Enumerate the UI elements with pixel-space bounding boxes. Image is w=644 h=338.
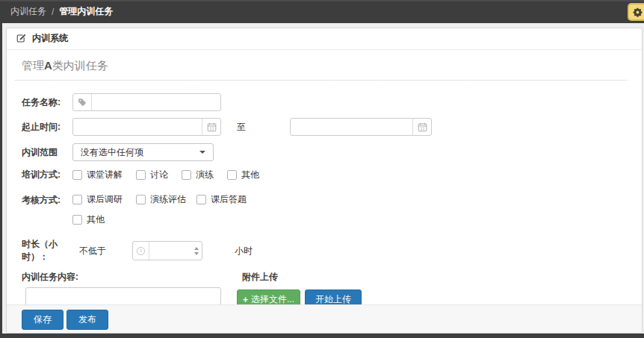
training-methods-row: 培训方式: 课堂讲解 讨论 演练 其他 <box>22 169 627 181</box>
checkbox-icon[interactable] <box>72 215 82 225</box>
checkbox-icon[interactable] <box>72 195 82 204</box>
breadcrumb: 内训任务 / 管理内训任务 <box>10 5 113 18</box>
task-name-input-group <box>72 93 221 111</box>
panel-header: 内训系统 <box>7 28 642 50</box>
date-range-label: 起止时间: <box>22 121 72 134</box>
save-button[interactable]: 保存 <box>22 310 64 330</box>
date-range-row: 起止时间: 至 <box>22 118 627 136</box>
caret-down-icon <box>199 151 205 154</box>
page-background: 内训系统 管理A类内训任务 任务名称: 起止时间: <box>2 23 644 334</box>
calendar-icon[interactable] <box>412 119 431 135</box>
settings-button[interactable] <box>628 3 644 21</box>
attachment-label: 附件上传 <box>242 271 362 284</box>
task-name-label: 任务名称: <box>22 96 72 109</box>
date-to-label: 至 <box>237 121 246 134</box>
breadcrumb-separator: / <box>52 7 54 17</box>
checkbox-drill[interactable]: 演练 <box>182 169 214 181</box>
edit-icon <box>16 34 26 43</box>
duration-input-group <box>132 241 202 260</box>
scope-selected-value: 没有选中任何项 <box>81 146 143 159</box>
checkbox-label: 课后答题 <box>211 193 247 206</box>
checkbox-post-survey[interactable]: 课后调研 <box>72 193 123 206</box>
checkbox-other-training[interactable]: 其他 <box>227 169 259 181</box>
duration-row: 时长（小时）： 不低于 小时 <box>22 238 627 263</box>
checkbox-icon[interactable] <box>227 170 237 180</box>
checkbox-icon[interactable] <box>72 170 82 180</box>
section-title-highlight: A <box>44 59 52 72</box>
checkbox-icon[interactable] <box>182 170 191 180</box>
checkbox-classroom[interactable]: 课堂讲解 <box>72 169 123 181</box>
checkbox-drill-evaluation[interactable]: 演练评估 <box>136 193 186 206</box>
spinner-up-icon[interactable] <box>194 247 199 250</box>
duration-unit-label: 小时 <box>235 245 253 257</box>
section-title-suffix: 类内训任务 <box>52 59 108 72</box>
date-start-group <box>72 118 221 136</box>
section-title: 管理A类内训任务 <box>15 59 627 73</box>
assessment-methods-label: 考核方式: <box>22 193 72 207</box>
dotted-divider <box>15 80 627 81</box>
checkbox-icon[interactable] <box>196 195 206 204</box>
date-start-input[interactable] <box>73 119 202 135</box>
scope-select[interactable]: 没有选中任何项 <box>72 143 214 161</box>
panel-body: 管理A类内训任务 任务名称: 起止时间: <box>7 50 642 304</box>
spinner-down-icon[interactable] <box>194 252 199 255</box>
task-name-row: 任务名称: <box>22 93 627 111</box>
duration-min-label: 不低于 <box>79 245 106 257</box>
checkbox-other-assessment[interactable]: 其他 <box>72 213 105 226</box>
checkbox-label: 其他 <box>87 213 105 226</box>
scope-row: 内训范围 没有选中任何项 <box>22 143 627 161</box>
checkbox-label: 演练评估 <box>150 193 186 206</box>
upload-buttons-row: + 选择文件... 开始上传 <box>237 290 362 304</box>
plus-icon: + <box>243 295 248 305</box>
tag-icon <box>73 94 92 110</box>
training-methods-label: 培训方式: <box>22 169 72 181</box>
checkbox-icon[interactable] <box>136 170 146 180</box>
breadcrumb-parent[interactable]: 内训任务 <box>10 5 46 18</box>
clock-icon <box>133 242 149 260</box>
checkbox-post-quiz[interactable]: 课后答题 <box>196 193 247 206</box>
choose-file-label: 选择文件... <box>251 293 294 304</box>
training-system-panel: 内训系统 管理A类内训任务 任务名称: 起止时间: <box>6 28 643 334</box>
checkbox-label: 演练 <box>196 169 214 181</box>
number-stepper[interactable] <box>191 242 202 260</box>
panel-title: 内训系统 <box>32 32 68 45</box>
checkbox-label: 讨论 <box>150 169 168 181</box>
checkbox-label: 课堂讲解 <box>87 169 123 181</box>
duration-label: 时长（小时）： <box>22 238 79 263</box>
content-attachment-section: 内训任务内容: 附件上传 + 选择文件... <box>22 271 627 304</box>
date-end-group <box>290 118 432 136</box>
training-task-form: 任务名称: 起止时间: <box>15 93 627 304</box>
choose-file-button[interactable]: + 选择文件... <box>237 290 300 304</box>
breadcrumb-current: 管理内训任务 <box>59 5 113 18</box>
checkbox-label: 课后调研 <box>87 193 123 206</box>
checkbox-icon[interactable] <box>136 195 146 204</box>
gear-icon <box>633 7 643 17</box>
content-label: 内训任务内容: <box>22 271 221 284</box>
section-title-prefix: 管理 <box>22 59 44 72</box>
checkbox-label: 其他 <box>241 169 259 181</box>
panel-footer: 保存 发布 <box>7 304 642 333</box>
task-name-input[interactable] <box>92 94 220 110</box>
content-textarea[interactable] <box>25 287 221 304</box>
scope-label: 内训范围 <box>22 146 72 159</box>
top-navbar: 内训任务 / 管理内训任务 <box>0 0 644 23</box>
duration-input[interactable] <box>149 242 191 260</box>
assessment-methods-row: 考核方式: 课后调研 演练评估 课后答题 其他 <box>22 193 627 226</box>
start-upload-button[interactable]: 开始上传 <box>305 290 362 304</box>
calendar-icon[interactable] <box>202 119 220 135</box>
date-end-input[interactable] <box>291 119 412 135</box>
publish-button[interactable]: 发布 <box>66 310 108 330</box>
checkbox-discussion[interactable]: 讨论 <box>136 169 168 181</box>
